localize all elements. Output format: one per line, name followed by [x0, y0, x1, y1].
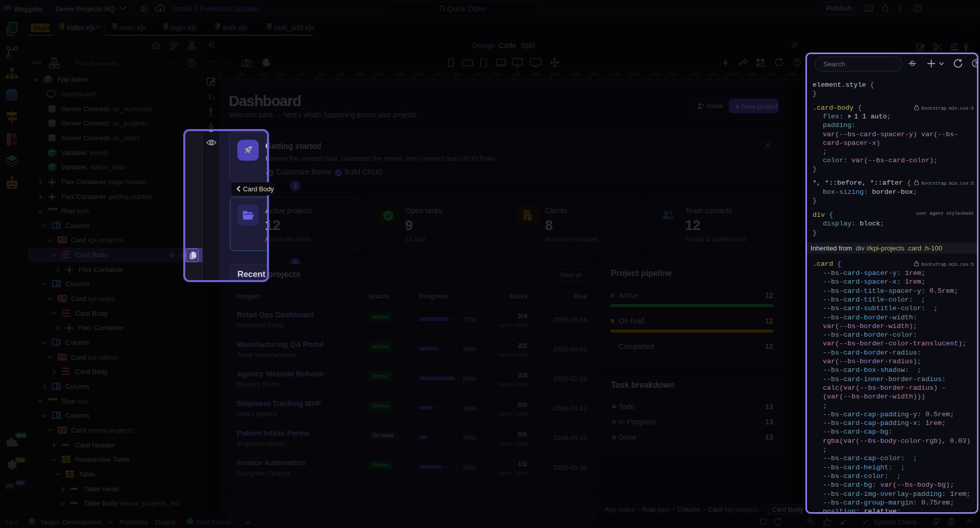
svg-text:?: ?	[974, 61, 977, 66]
